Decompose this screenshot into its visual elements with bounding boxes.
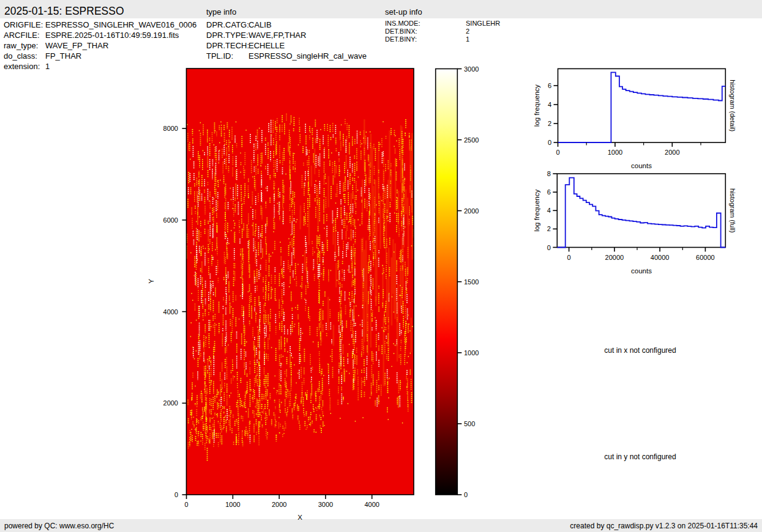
svg-text:4: 4: [547, 207, 551, 214]
svg-text:2500: 2500: [464, 136, 479, 144]
svg-text:1: 1: [45, 62, 50, 71]
svg-text:2: 2: [547, 225, 551, 232]
svg-text:6: 6: [547, 188, 551, 196]
svg-text:ESPRESSO_SINGLEHR_WAVE016_0006: ESPRESSO_SINGLEHR_WAVE016_0006: [45, 20, 196, 29]
svg-text:counts: counts: [631, 267, 652, 275]
svg-text:WAVE_FP_THAR: WAVE_FP_THAR: [45, 41, 108, 50]
svg-text:8000: 8000: [163, 125, 178, 132]
svg-text:DPR.CATG:: DPR.CATG:: [206, 20, 249, 29]
svg-text:8: 8: [547, 170, 551, 177]
svg-text:2000: 2000: [464, 207, 479, 215]
svg-text:60000: 60000: [696, 254, 715, 261]
svg-text:3000: 3000: [464, 65, 479, 73]
svg-text:1: 1: [466, 35, 469, 43]
svg-text:X: X: [297, 514, 302, 521]
svg-text:1000: 1000: [608, 149, 622, 156]
svg-text:histogram (full): histogram (full): [729, 188, 736, 233]
svg-text:4000: 4000: [163, 308, 178, 316]
svg-text:6: 6: [548, 82, 551, 89]
svg-text:ARCFILE:: ARCFILE:: [4, 31, 40, 40]
svg-text:raw_type:: raw_type:: [4, 41, 38, 50]
svg-text:40000: 40000: [651, 254, 670, 261]
svg-text:0: 0: [185, 501, 189, 508]
svg-text:histogram (detail): histogram (detail): [729, 79, 736, 131]
svg-text:0: 0: [548, 139, 551, 146]
svg-text:2000: 2000: [665, 149, 679, 156]
svg-text:2025-01-15: ESPRESSO: 2025-01-15: ESPRESSO: [4, 5, 124, 17]
svg-text:created by qc_rawdisp.py v1.2.: created by qc_rawdisp.py v1.2.3 on 2025-…: [570, 522, 758, 530]
svg-text:3000: 3000: [318, 501, 333, 508]
svg-text:2: 2: [466, 28, 469, 35]
svg-text:type info: type info: [206, 7, 236, 17]
svg-text:500: 500: [464, 420, 475, 427]
svg-text:TPL.ID:: TPL.ID:: [206, 51, 233, 61]
svg-text:Y: Y: [148, 279, 155, 284]
svg-text:cut in x not configured: cut in x not configured: [604, 346, 676, 355]
svg-text:0: 0: [547, 244, 551, 251]
svg-text:set-up info: set-up info: [385, 7, 422, 17]
svg-text:log frequency: log frequency: [533, 84, 540, 127]
svg-text:20000: 20000: [605, 254, 624, 261]
svg-text:ECHELLE: ECHELLE: [248, 41, 285, 50]
svg-text:INS.MODE:: INS.MODE:: [385, 20, 420, 27]
svg-text:SINGLEHR: SINGLEHR: [466, 20, 500, 27]
svg-text:2: 2: [548, 120, 551, 127]
svg-text:0: 0: [464, 491, 468, 498]
svg-text:DPR.TECH:: DPR.TECH:: [206, 41, 249, 50]
svg-text:0: 0: [174, 491, 178, 498]
svg-text:2000: 2000: [272, 501, 286, 508]
svg-text:1000: 1000: [464, 349, 479, 357]
svg-text:ORIGFILE:: ORIGFILE:: [4, 20, 43, 29]
svg-text:DET.BINX:: DET.BINX:: [385, 28, 417, 35]
svg-text:2000: 2000: [163, 399, 178, 407]
svg-text:ESPRE.2025-01-16T10:49:59.191.: ESPRE.2025-01-16T10:49:59.191.fits: [45, 31, 179, 40]
svg-text:1000: 1000: [225, 501, 240, 508]
svg-text:6000: 6000: [163, 216, 178, 224]
svg-text:FP_THAR: FP_THAR: [45, 51, 81, 61]
svg-text:log frequency: log frequency: [533, 190, 540, 232]
svg-text:DPR.TYPE:: DPR.TYPE:: [206, 31, 248, 40]
svg-text:CALIB: CALIB: [248, 20, 272, 29]
svg-text:4000: 4000: [364, 501, 379, 508]
svg-text:ESPRESSO_singleHR_cal_wave: ESPRESSO_singleHR_cal_wave: [248, 51, 367, 61]
svg-text:powered by QC: www.eso.org/HC: powered by QC: www.eso.org/HC: [4, 522, 114, 530]
svg-text:4: 4: [548, 101, 551, 108]
svg-text:counts: counts: [631, 162, 652, 169]
svg-text:1500: 1500: [464, 278, 479, 286]
svg-text:DET.BINY:: DET.BINY:: [385, 35, 417, 43]
svg-text:0: 0: [567, 254, 571, 261]
svg-text:do_class:: do_class:: [4, 51, 37, 61]
svg-text:extension:: extension:: [4, 62, 40, 71]
svg-text:cut in y not configured: cut in y not configured: [604, 453, 676, 461]
svg-text:WAVE,FP,THAR: WAVE,FP,THAR: [248, 31, 306, 40]
svg-text:0: 0: [556, 149, 559, 156]
